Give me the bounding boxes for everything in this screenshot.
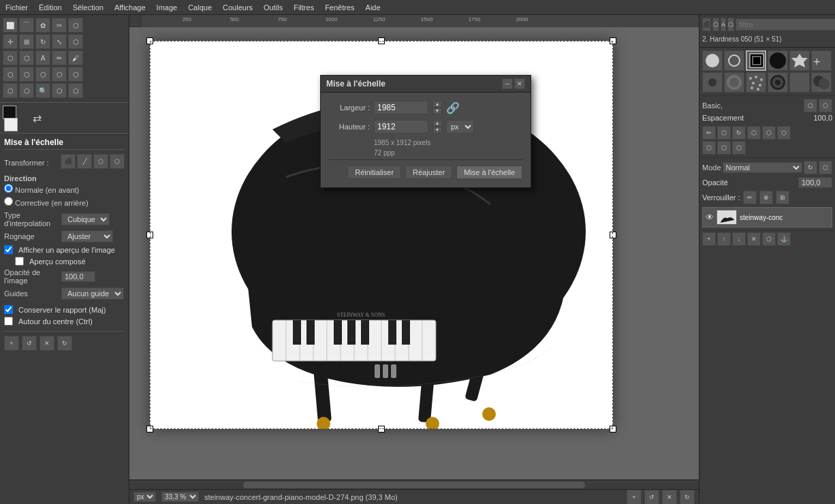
transform-handle-ml[interactable] <box>146 232 153 238</box>
dialog-minimize-btn[interactable]: ─ <box>502 78 513 89</box>
rt-btn-6[interactable]: ⬡ <box>777 126 791 140</box>
conserver-rapport-checkbox[interactable] <box>4 305 13 314</box>
tool-scale[interactable]: ⤡ <box>52 34 67 49</box>
transform-handle-bm[interactable] <box>378 426 385 432</box>
width-spin-down[interactable]: ▾ <box>432 108 442 114</box>
tool-perspective[interactable]: ⬡ <box>3 50 18 65</box>
brush-item-10[interactable] <box>768 72 788 93</box>
r-btn-1[interactable]: ⬛ <box>702 18 711 31</box>
brush-item-3[interactable] <box>746 50 766 71</box>
rt-btn-3[interactable]: ↻ <box>732 126 746 140</box>
brush-item-6[interactable]: + <box>811 50 832 71</box>
tool-5[interactable]: ⬡ <box>68 18 83 33</box>
brush-item-4[interactable] <box>768 50 788 71</box>
tool-shear[interactable]: ⬡ <box>68 34 83 49</box>
menu-outils[interactable]: Outils <box>258 2 288 13</box>
direction-corrective-label[interactable]: Corrective (en arrière) <box>4 197 89 207</box>
readjust-button[interactable]: Réajuster <box>405 166 452 179</box>
width-spin-up[interactable]: ▴ <box>432 101 442 108</box>
height-spin-up[interactable]: ▴ <box>432 120 442 127</box>
menu-calque[interactable]: Calque <box>183 2 217 13</box>
tool-paint[interactable]: 🖌 <box>68 50 83 65</box>
zoom-select[interactable]: 33,3 % 100 % 50 % <box>161 492 199 502</box>
tool-blur[interactable]: ⬡ <box>3 83 18 98</box>
menu-edition[interactable]: Édition <box>33 2 67 13</box>
tool-fuzzy-select[interactable]: ✿ <box>35 18 50 33</box>
status-btn-undo[interactable]: ↺ <box>644 490 659 505</box>
tool-color-pick[interactable]: ⬡ <box>68 83 83 98</box>
tool-rotate[interactable]: ↻ <box>35 34 50 49</box>
height-spin-down[interactable]: ▾ <box>432 127 442 133</box>
tool-eraser[interactable]: ⬡ <box>3 67 18 82</box>
status-btn-del[interactable]: ✕ <box>662 490 677 505</box>
transform-btn-3[interactable]: ⬡ <box>93 154 108 169</box>
tool-heal[interactable]: ⬡ <box>35 67 50 82</box>
foreground-color[interactable] <box>3 106 16 119</box>
dialog-close-btn[interactable]: ✕ <box>514 78 525 89</box>
direction-normal-label[interactable]: Normale (en avant) <box>4 184 79 194</box>
menu-couleurs[interactable]: Couleurs <box>217 2 258 13</box>
scale-button[interactable]: Mise à l'échelle <box>456 166 522 179</box>
reset-button[interactable]: Réinitialiser <box>347 166 401 179</box>
r-btn-3[interactable]: A <box>721 18 726 31</box>
brush-item-2[interactable] <box>724 50 744 71</box>
r-btn-2[interactable]: ⬡ <box>712 18 719 31</box>
tool-measure[interactable]: ⬡ <box>52 83 67 98</box>
opacite-input[interactable] <box>61 271 95 282</box>
scrollbar-thumb[interactable] <box>243 482 585 488</box>
tool-rect-select[interactable]: ⬜ <box>3 18 18 33</box>
tool-scissors[interactable]: ✂ <box>52 18 67 33</box>
apercu-compose-checkbox[interactable] <box>15 257 24 266</box>
tool-clone[interactable]: ⬡ <box>19 67 34 82</box>
unit-dropdown[interactable]: px % cm <box>446 120 474 133</box>
opacite-r-input[interactable] <box>798 177 832 188</box>
tool-text[interactable]: A <box>35 50 50 65</box>
menu-selection[interactable]: Sélection <box>67 2 109 13</box>
layer-btn-new[interactable]: + <box>702 232 716 246</box>
transform-btn-1[interactable]: ⬛ <box>61 154 76 169</box>
layer-btn-anchor[interactable]: ⚓ <box>777 232 791 246</box>
lock-pos-btn[interactable]: ⊕ <box>759 191 773 204</box>
tool-paths[interactable]: ⬡ <box>19 83 34 98</box>
tool-zoom[interactable]: 🔍 <box>35 83 50 98</box>
mode-select[interactable]: Normal Multiplier <box>723 162 802 173</box>
rt-btn-4[interactable]: ⬡ <box>747 126 761 140</box>
mid-btn-2[interactable]: ⬡ <box>819 99 832 112</box>
filter-input[interactable] <box>736 18 835 31</box>
lock-all-btn[interactable]: ⊞ <box>776 191 789 204</box>
transform-btn-4[interactable]: ⬡ <box>110 154 125 169</box>
lock-pixel-btn[interactable]: ✏ <box>743 191 757 204</box>
height-input[interactable] <box>374 120 428 133</box>
tool-align[interactable]: ⊞ <box>19 34 34 49</box>
rt-btn-9[interactable]: ⬡ <box>732 141 746 155</box>
layer-btn-up[interactable]: ↑ <box>717 232 731 246</box>
status-btn-redo[interactable]: ↻ <box>680 490 695 505</box>
mode-refresh[interactable]: ↻ <box>804 161 817 174</box>
rt-btn-2[interactable]: ⬡ <box>717 126 731 140</box>
interpolation-select[interactable]: Cubique Linéaire Sans <box>61 213 110 225</box>
brush-item-11[interactable] <box>789 72 810 93</box>
rt-btn-7[interactable]: ⬡ <box>702 141 716 155</box>
transform-btn-2[interactable]: ╱ <box>77 154 92 169</box>
tool-pencil[interactable]: ✏ <box>52 50 67 65</box>
brush-item-5[interactable] <box>789 50 810 71</box>
brush-item-8[interactable] <box>724 72 744 93</box>
swap-colors-icon[interactable]: ⇄ <box>33 112 42 125</box>
rognage-select[interactable]: Ajuster Recadrer <box>61 230 113 242</box>
direction-normal-radio[interactable] <box>4 184 13 193</box>
layer-item-1[interactable]: 👁 steinway-conc <box>702 207 832 227</box>
layer-eye-icon[interactable]: 👁 <box>706 212 714 222</box>
layer-btn-dup[interactable]: ⬡ <box>762 232 776 246</box>
brush-item-7[interactable] <box>702 72 723 93</box>
transform-handle-mr[interactable] <box>610 232 616 238</box>
tool-dodge[interactable]: ⬡ <box>68 67 83 82</box>
mode-btn-2[interactable]: ⬡ <box>819 161 832 174</box>
brush-item-9[interactable] <box>746 72 766 93</box>
background-color[interactable] <box>4 118 18 131</box>
menu-filtres[interactable]: Filtres <box>288 2 319 13</box>
layer-btn-down[interactable]: ↓ <box>732 232 746 246</box>
brush-item-12[interactable] <box>811 72 832 93</box>
r-btn-4[interactable]: ⬡ <box>727 18 734 31</box>
chain-link-icon[interactable]: 🔗 <box>446 101 460 114</box>
autour-centre-checkbox[interactable] <box>4 317 13 326</box>
